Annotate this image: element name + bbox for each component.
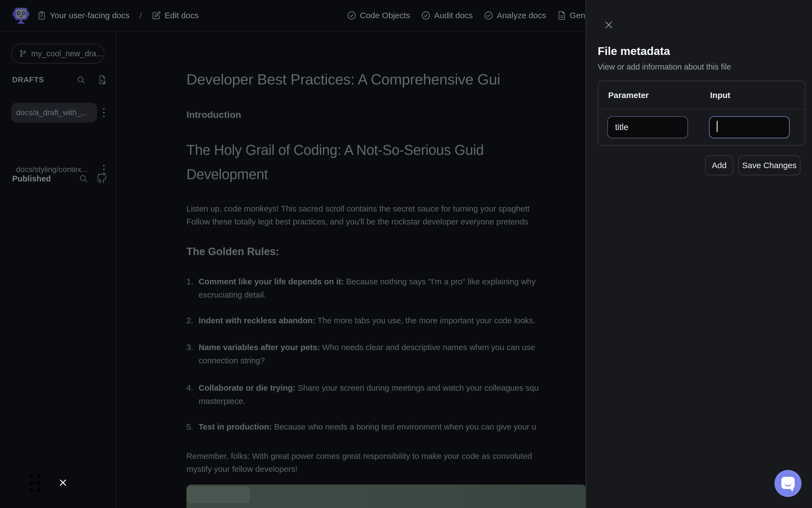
doc-paragraph: Listen up, code monkeys! This sacred scr…: [187, 202, 529, 228]
parameter-field[interactable]: title: [607, 116, 688, 138]
doc-image-tile: [187, 486, 250, 503]
column-header-input: Input: [710, 91, 730, 100]
check-circle-icon: [484, 11, 493, 20]
search-icon[interactable]: [77, 75, 86, 84]
column-header-parameter: Parameter: [608, 91, 649, 100]
close-icon[interactable]: [604, 20, 614, 30]
new-file-icon[interactable]: [98, 75, 107, 84]
breadcrumb-edit-docs[interactable]: Edit docs: [152, 11, 199, 20]
breadcrumb-label: Your user-facing docs: [50, 11, 129, 20]
doc-embedded-image: [187, 484, 586, 508]
menu-code-objects[interactable]: Code Objects: [347, 11, 410, 20]
add-button[interactable]: Add: [705, 156, 733, 175]
drafts-title: DRAFTS: [12, 76, 44, 84]
app-logo-robot-icon[interactable]: [12, 6, 30, 25]
check-circle-icon: [347, 11, 356, 20]
sidebar-item-draft-1[interactable]: docs/a_draft_with_...: [11, 103, 97, 123]
chat-launcher-button[interactable]: [774, 470, 802, 497]
document-icon: [557, 11, 566, 20]
list-item-4: 4.Collaborate or die trying: Share your …: [187, 381, 538, 408]
widget-close-icon[interactable]: [58, 478, 68, 487]
draft-label: docs/a_draft_with_...: [16, 108, 87, 117]
branch-name: my_cool_new_dra...: [31, 49, 103, 58]
check-circle-icon: [421, 11, 431, 20]
doc-paragraph: Remember, folks: With great power comes …: [187, 450, 532, 475]
list-item-2: 2.Indent with reckless abandon: The more…: [187, 314, 535, 327]
panel-subtitle: View or add information about this file: [598, 62, 731, 72]
menu-label: Audit docs: [434, 11, 473, 20]
list-item-1: 1.Comment like your life depends on it: …: [187, 275, 535, 301]
save-changes-button[interactable]: Save Changes: [738, 156, 800, 175]
github-icon[interactable]: [96, 173, 107, 184]
draft-1-menu-icon[interactable]: [98, 103, 109, 123]
branch-selector-button[interactable]: my_cool_new_dra...: [11, 44, 105, 64]
input-field[interactable]: [709, 116, 789, 138]
doc-heading-h2-line2: Development: [187, 166, 268, 182]
doc-heading-h2-line1: The Holy Grail of Coding: A Not-So-Serio…: [187, 142, 484, 158]
published-title: Published: [12, 174, 51, 183]
clipboard-icon: [38, 11, 46, 20]
search-icon[interactable]: [79, 174, 88, 183]
panel-title: File metadata: [598, 45, 670, 58]
breadcrumb: Your user-facing docs / Edit docs: [38, 0, 199, 31]
list-item-5: 5.Test in production: Because who needs …: [187, 420, 536, 433]
chat-bubble-icon: [781, 477, 795, 489]
text-cursor: [717, 121, 718, 132]
doc-heading-introduction: Introduction: [187, 109, 241, 120]
menu-analyze-docs[interactable]: Analyze docs: [484, 11, 546, 20]
breadcrumb-label: Edit docs: [165, 11, 199, 20]
doc-title: Developer Best Practices: A Comprehensiv…: [187, 71, 500, 88]
breadcrumb-separator: /: [139, 10, 142, 21]
list-item-3: 3.Name variables after your pets: Who ne…: [187, 341, 535, 367]
sidebar: my_cool_new_dra... DRAFTS docs/a_draft_w…: [0, 32, 116, 508]
metadata-table-header: Parameter Input: [598, 81, 805, 109]
published-header: Published: [12, 173, 107, 184]
metadata-table: Parameter Input title: [598, 81, 805, 146]
doc-heading-golden-rules: The Golden Rules:: [187, 246, 279, 258]
menu-audit-docs[interactable]: Audit docs: [421, 11, 473, 20]
menu-label: Analyze docs: [497, 11, 546, 20]
topbar-menu: Code Objects Audit docs Analyze docs: [347, 0, 611, 31]
file-metadata-drawer: File metadata View or add information ab…: [585, 0, 812, 508]
breadcrumb-your-docs[interactable]: Your user-facing docs: [38, 11, 129, 20]
edit-icon: [152, 11, 161, 20]
git-branch-icon: [19, 49, 27, 58]
drag-handle-dots-icon[interactable]: [29, 474, 41, 493]
drafts-header: DRAFTS: [12, 75, 107, 84]
menu-label: Code Objects: [360, 11, 410, 20]
draft-label: docs/styling/contex...: [16, 165, 88, 174]
parameter-value: title: [615, 122, 628, 132]
